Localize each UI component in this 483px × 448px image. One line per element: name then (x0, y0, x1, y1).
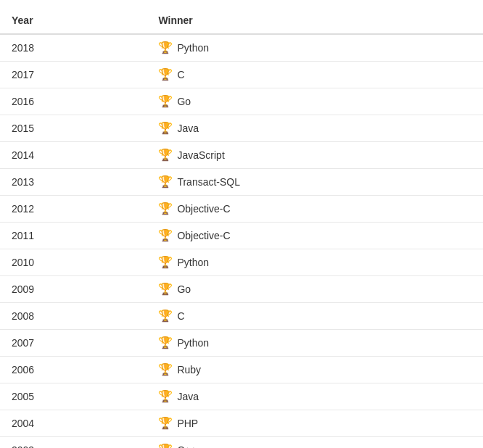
table-row: 2007🏆Python (0, 330, 483, 357)
year-cell: 2016 (0, 88, 146, 115)
table-row: 2008🏆C (0, 303, 483, 330)
year-cell: 2004 (0, 410, 146, 437)
year-cell: 2008 (0, 303, 146, 330)
winner-cell: 🏆Ruby (146, 357, 483, 383)
winner-name: Ruby (177, 364, 201, 376)
year-cell: 2007 (0, 330, 146, 357)
table-row: 2014🏆JavaScript (0, 142, 483, 169)
year-cell: 2015 (0, 115, 146, 142)
winner-cell: 🏆PHP (146, 410, 483, 437)
table-row: 2016🏆Go (0, 88, 483, 115)
year-cell: 2012 (0, 196, 146, 223)
trophy-icon: 🏆 (158, 418, 173, 429)
year-cell: 2005 (0, 383, 146, 410)
trophy-icon: 🏆 (158, 337, 173, 349)
winner-cell: 🏆Objective-C (146, 196, 483, 223)
winner-name: Java (177, 123, 199, 134)
year-column-header: Year (0, 7, 146, 34)
table-row: 2009🏆Go (0, 276, 483, 303)
winner-cell: 🏆C++ (146, 437, 483, 449)
winner-name: Go (177, 283, 191, 295)
winner-name: C (177, 310, 184, 322)
trophy-icon: 🏆 (158, 149, 173, 161)
trophy-icon: 🏆 (158, 96, 173, 107)
winner-cell: 🏆C (146, 62, 483, 88)
winners-table: Year Winner 2018🏆Python2017🏆C2016🏆Go2015… (0, 7, 483, 448)
year-cell: 2017 (0, 62, 146, 88)
year-cell: 2011 (0, 223, 146, 249)
year-cell: 2010 (0, 249, 146, 276)
winner-name: PHP (177, 418, 198, 429)
year-cell: 2006 (0, 357, 146, 383)
trophy-icon: 🏆 (158, 123, 173, 134)
trophy-icon: 🏆 (158, 42, 173, 54)
year-cell: 2003 (0, 437, 146, 449)
winner-cell: 🏆Transact-SQL (146, 169, 483, 196)
trophy-icon: 🏆 (158, 391, 173, 402)
table-row: 2017🏆C (0, 62, 483, 88)
trophy-icon: 🏆 (158, 310, 173, 322)
table-row: 2018🏆Python (0, 34, 483, 62)
winner-name: Java (177, 391, 199, 402)
year-cell: 2009 (0, 276, 146, 303)
winner-cell: 🏆Go (146, 276, 483, 303)
table-row: 2010🏆Python (0, 249, 483, 276)
winner-cell: 🏆JavaScript (146, 142, 483, 169)
table-row: 2011🏆Objective-C (0, 223, 483, 249)
winner-name: JavaScript (177, 149, 224, 161)
tiobe-table-container: Year Winner 2018🏆Python2017🏆C2016🏆Go2015… (0, 0, 483, 448)
winner-name: Objective-C (177, 203, 230, 215)
year-cell: 2018 (0, 34, 146, 62)
winner-cell: 🏆Python (146, 249, 483, 276)
winner-name: C (177, 69, 184, 80)
table-row: 2004🏆PHP (0, 410, 483, 437)
winner-name: Go (177, 96, 191, 107)
winner-cell: 🏆Python (146, 34, 483, 62)
trophy-icon: 🏆 (158, 176, 173, 188)
winner-cell: 🏆C (146, 303, 483, 330)
winner-cell: 🏆Java (146, 115, 483, 142)
trophy-icon: 🏆 (158, 283, 173, 295)
trophy-icon: 🏆 (158, 364, 173, 376)
winner-name: C++ (177, 444, 196, 448)
winner-column-header: Winner (146, 7, 483, 34)
year-cell: 2014 (0, 142, 146, 169)
winner-name: Transact-SQL (177, 176, 240, 188)
table-row: 2003🏆C++ (0, 437, 483, 449)
table-row: 2015🏆Java (0, 115, 483, 142)
winner-name: Python (177, 337, 209, 349)
year-cell: 2013 (0, 169, 146, 196)
winner-cell: 🏆Objective-C (146, 223, 483, 249)
trophy-icon: 🏆 (158, 203, 173, 215)
table-row: 2005🏆Java (0, 383, 483, 410)
trophy-icon: 🏆 (158, 69, 173, 80)
trophy-icon: 🏆 (158, 230, 173, 241)
table-row: 2012🏆Objective-C (0, 196, 483, 223)
winner-cell: 🏆Go (146, 88, 483, 115)
trophy-icon: 🏆 (158, 444, 173, 448)
winner-name: Python (177, 257, 209, 268)
winner-name: Objective-C (177, 230, 230, 241)
winner-cell: 🏆Python (146, 330, 483, 357)
winner-name: Python (177, 42, 209, 54)
trophy-icon: 🏆 (158, 257, 173, 268)
table-row: 2013🏆Transact-SQL (0, 169, 483, 196)
winner-cell: 🏆Java (146, 383, 483, 410)
table-header-row: Year Winner (0, 7, 483, 34)
table-row: 2006🏆Ruby (0, 357, 483, 383)
